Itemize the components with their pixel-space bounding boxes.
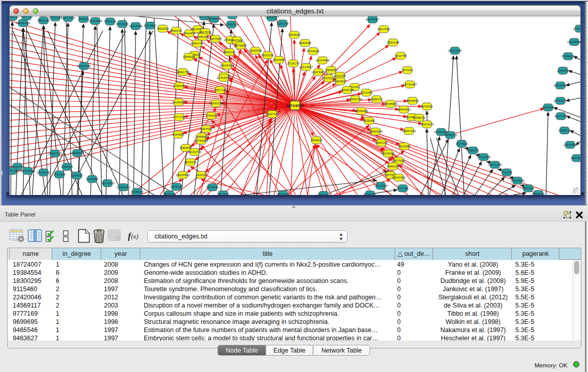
svg-text:12213967: 12213967 [299,65,313,69]
svg-text:10719155: 10719155 [48,16,62,19]
svg-text:29053346: 29053346 [448,49,462,52]
svg-text:16914479: 16914479 [420,122,434,126]
svg-text:9245652: 9245652 [364,192,377,195]
svg-text:2087682: 2087682 [144,24,157,27]
svg-text:8427552: 8427552 [378,27,390,31]
svg-text:2718170: 2718170 [287,61,300,65]
svg-text:12505135: 12505135 [77,64,91,68]
svg-text:746266: 746266 [206,114,217,117]
svg-text:8660124: 8660124 [375,141,388,144]
svg-text:9890144: 9890144 [223,50,236,54]
svg-text:16543382: 16543382 [391,176,406,179]
svg-text:6497568: 6497568 [200,127,213,130]
svg-text:7463822: 7463822 [157,27,169,30]
svg-text:1145194: 1145194 [276,21,289,25]
svg-text:3267130: 3267130 [214,88,227,92]
svg-text:16671355: 16671355 [61,16,75,19]
svg-text:8878332: 8878332 [421,104,433,108]
svg-text:19218586: 19218586 [563,143,577,146]
svg-text:17359914: 17359914 [224,23,238,26]
svg-text:6466160: 6466160 [467,148,480,152]
svg-text:16154808: 16154808 [315,58,330,62]
svg-text:17957225: 17957225 [48,151,62,155]
svg-text:9463627: 9463627 [334,79,347,83]
svg-text:14196141: 14196141 [36,170,51,174]
svg-text:19218586: 19218586 [128,24,143,28]
svg-text:4350511: 4350511 [558,128,571,132]
svg-text:11353594: 11353594 [216,76,231,79]
svg-text:15716485: 15716485 [20,169,35,172]
svg-text:14099489: 14099489 [354,109,368,113]
svg-text:16033809: 16033809 [510,179,525,182]
svg-text:12942737: 12942737 [573,27,581,30]
svg-text:18807249: 18807249 [402,129,416,133]
svg-text:9327505: 9327505 [209,37,222,40]
svg-text:15751074: 15751074 [553,99,568,102]
svg-text:7357224: 7357224 [104,19,117,23]
svg-text:3624554: 3624554 [172,133,185,136]
svg-text:6479197: 6479197 [170,185,183,188]
svg-text:8186328: 8186328 [197,35,209,38]
svg-text:1527602: 1527602 [455,142,468,145]
svg-text:1527602: 1527602 [20,16,33,18]
svg-text:3875685: 3875685 [234,43,247,47]
svg-text:9777169: 9777169 [173,115,186,119]
svg-text:5938923: 5938923 [131,190,144,193]
svg-text:252254: 252254 [196,173,207,177]
svg-text:20206536: 20206536 [567,40,581,43]
svg-text:17975115: 17975115 [321,76,336,80]
svg-text:8660124: 8660124 [170,29,183,32]
svg-text:8186328: 8186328 [387,164,400,168]
svg-text:9827503: 9827503 [393,159,405,162]
svg-text:16648784: 16648784 [553,83,568,87]
svg-text:9242848: 9242848 [273,58,286,61]
svg-text:15692971: 15692971 [116,185,130,189]
svg-text:2087682: 2087682 [571,156,581,160]
svg-text:15720407: 15720407 [403,82,417,86]
svg-text:7357224: 7357224 [522,186,535,190]
svg-text:10654112: 10654112 [316,193,331,195]
svg-text:20691406: 20691406 [434,130,448,134]
svg-text:16210643: 16210643 [100,181,115,185]
svg-text:751552: 751552 [78,17,89,20]
svg-text:8912954: 8912954 [398,144,411,148]
svg-text:30975867: 30975867 [365,17,380,21]
svg-text:17359914: 17359914 [561,54,575,58]
svg-text:18300295: 18300295 [209,101,223,105]
svg-text:19384554: 19384554 [368,129,383,133]
svg-text:20691406: 20691406 [16,21,30,25]
svg-text:1156819: 1156819 [226,16,238,17]
svg-text:6466160: 6466160 [37,18,50,22]
svg-text:9115460: 9115460 [360,91,373,94]
svg-text:8813054: 8813054 [116,22,129,26]
svg-text:1167531: 1167531 [397,186,409,190]
svg-text:17016504: 17016504 [374,184,388,187]
svg-text:7625402: 7625402 [363,119,376,122]
svg-text:7485063: 7485063 [325,68,338,72]
svg-text:10120746: 10120746 [187,150,202,154]
svg-text:7463822: 7463822 [310,138,323,142]
svg-text:20206536: 20206536 [207,17,221,20]
svg-text:1733426: 1733426 [53,172,66,176]
svg-text:18524851: 18524851 [176,173,190,177]
svg-text:1615132: 1615132 [184,160,197,164]
svg-text:18640910: 18640910 [220,63,234,67]
svg-text:19654923: 19654923 [397,107,411,111]
svg-text:751552: 751552 [502,170,512,174]
svg-text:8990448: 8990448 [299,41,312,45]
svg-text:16961758: 16961758 [176,70,190,74]
svg-text:9699695: 9699695 [406,99,419,102]
svg-text:8215955: 8215955 [86,177,99,181]
svg-text:10719155: 10719155 [476,155,491,159]
svg-text:6794028: 6794028 [307,49,320,53]
svg-text:2935114: 2935114 [163,192,176,195]
svg-text:12942737: 12942737 [265,16,279,19]
svg-text:10688609: 10688609 [383,102,398,105]
svg-text:1588520: 1588520 [183,55,195,58]
svg-text:10025438: 10025438 [340,88,354,92]
svg-text:8522032: 8522032 [262,53,274,57]
svg-text:10958107: 10958107 [70,151,84,155]
svg-text:14055721: 14055721 [10,16,19,18]
svg-text:8454749: 8454749 [191,41,204,45]
svg-text:9227342: 9227342 [555,114,568,118]
